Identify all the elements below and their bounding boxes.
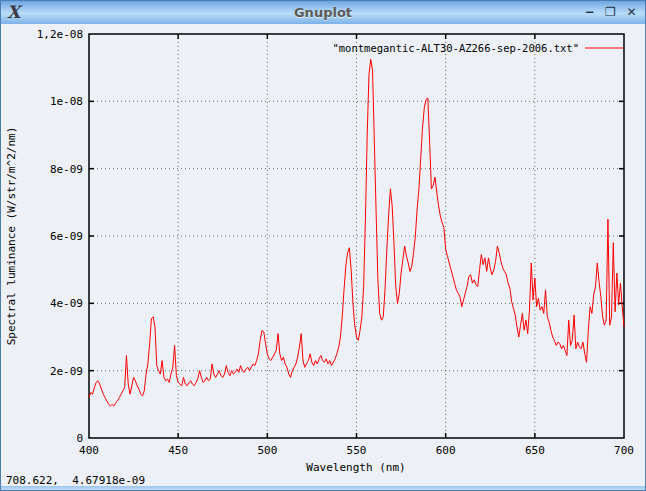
minimize-button[interactable]: − — [582, 5, 597, 20]
titlebar[interactable]: X Gnuplot − ❐ ✕ — [1, 1, 645, 24]
svg-text:8e-09: 8e-09 — [50, 163, 83, 176]
x-tick-labels: 400450500550600650700 — [79, 444, 634, 457]
window-title: Gnuplot — [1, 5, 645, 20]
x11-app-icon: X — [7, 2, 20, 23]
gnuplot-window: X Gnuplot − ❐ ✕ 400450500550600650700 02… — [0, 0, 646, 491]
svg-text:0: 0 — [76, 432, 83, 445]
x-axis-title: Wavelength (nm) — [306, 461, 405, 474]
titlebar-buttons: − ❐ ✕ — [582, 1, 639, 24]
svg-text:550: 550 — [347, 444, 367, 457]
maximize-button[interactable]: ❐ — [603, 5, 618, 20]
close-button[interactable]: ✕ — [624, 5, 639, 20]
grid-lines — [89, 34, 624, 438]
window-bottom-border — [1, 486, 645, 490]
svg-text:500: 500 — [257, 444, 277, 457]
y-tick-labels: 02e-094e-096e-098e-091e-081,2e-08 — [37, 28, 83, 445]
svg-text:400: 400 — [79, 444, 99, 457]
svg-text:600: 600 — [436, 444, 456, 457]
spectral-plot[interactable]: 400450500550600650700 02e-094e-096e-098e… — [1, 24, 645, 488]
svg-text:6e-09: 6e-09 — [50, 230, 83, 243]
svg-text:700: 700 — [614, 444, 634, 457]
y-axis-title: Spectral luminance (W/str/m^2/nm) — [5, 127, 18, 346]
svg-text:650: 650 — [525, 444, 545, 457]
svg-text:2e-09: 2e-09 — [50, 365, 83, 378]
plot-canvas[interactable]: 400450500550600650700 02e-094e-096e-098e… — [1, 24, 645, 488]
svg-text:1e-08: 1e-08 — [50, 95, 83, 108]
svg-text:450: 450 — [168, 444, 188, 457]
legend-label: "montmegantic-ALT30-AZ266-sep-2006.txt" — [332, 42, 579, 54]
svg-text:4e-09: 4e-09 — [50, 297, 83, 310]
svg-text:1,2e-08: 1,2e-08 — [37, 28, 83, 41]
